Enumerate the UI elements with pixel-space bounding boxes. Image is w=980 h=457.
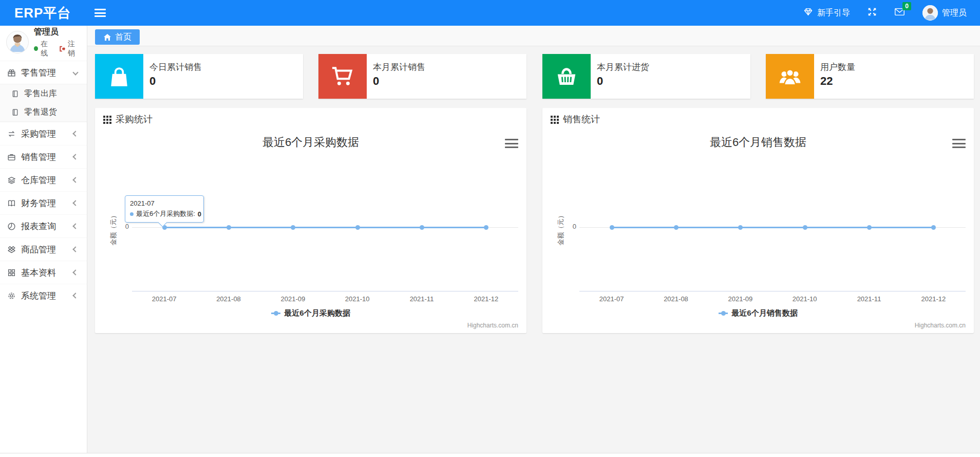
chevron-left-icon [72,246,78,252]
sidebar-item-sales[interactable]: 销售管理 [0,145,87,168]
highcharts-credits-link[interactable]: Highcharts.com.cn [915,322,966,329]
sidebar-item-warehouse[interactable]: 仓库管理 [0,168,87,191]
sidebar-user-panel: 管理员 在线 注销 [0,26,87,59]
sidebar-item-goods[interactable]: 商品管理 [0,237,87,261]
chevron-left-icon [72,154,78,159]
sidebar-item-finance[interactable]: 财务管理 [0,191,87,214]
tab-home[interactable]: 首页 [95,29,140,45]
stat-card-today-sales[interactable]: 今日累计销售 0 [95,54,303,99]
sidebar-item-label: 商品管理 [21,244,68,255]
tooltip-value: 0 [198,210,201,218]
app-logo[interactable]: ERP平台 [0,4,71,22]
sidebar-item-label: 基本资料 [21,267,68,279]
x-axis-labels: 2021-07 2021-08 2021-09 2021-10 2021-11 … [132,295,518,304]
guide-label: 新手引导 [817,8,850,19]
chevron-left-icon [72,131,78,136]
home-icon [103,33,111,41]
legend-label: 最近6个月采购数据 [284,308,350,318]
legend-item[interactable]: 最近6个月采购数据 [271,308,350,318]
th-grid-icon [103,116,105,118]
fullscreen-button[interactable] [868,7,877,19]
panel-title: 采购统计 [116,113,153,125]
sidebar-avatar [6,31,29,53]
sidebar-item-system[interactable]: 系统管理 [0,284,87,307]
legend-item[interactable]: 最近6个月销售数据 [719,308,797,318]
stat-card-label: 今日累计销售 [149,61,202,73]
stat-card-user-count[interactable]: 用户数量 22 [766,54,974,99]
logout-label: 注销 [68,40,81,58]
gift-icon [7,68,16,77]
panel-header: 销售统计 [542,108,974,131]
sidebar-item-label: 财务管理 [21,197,68,209]
data-point[interactable] [227,225,231,230]
purchase-chart: 最近6个月采购数据 金额（元） 0 2021-07 2021-08 2021-0… [95,131,526,333]
top-navbar: ERP平台 新手引导 [0,0,980,26]
cart-icon [318,54,367,99]
y-axis-tick: 0 [116,223,129,230]
data-point[interactable] [674,225,679,230]
chevron-down-icon [72,69,78,75]
stat-card-month-purchase[interactable]: 本月累计进货 0 [542,54,750,99]
data-point[interactable] [484,225,488,230]
navbar-avatar [922,5,938,21]
x-axis-tick: 2021-08 [216,295,241,303]
page-footer [0,453,980,457]
y-axis-tick: 0 [563,223,576,230]
stat-card-label: 本月累计销售 [373,61,425,73]
data-point[interactable] [931,225,936,230]
sidebar-item-retail[interactable]: 零售管理 [0,61,87,84]
data-point[interactable] [803,225,807,230]
messages-count-badge: 0 [902,2,911,10]
sidebar-item-retail-outbound[interactable]: 零售出库 [0,84,87,103]
data-point[interactable] [867,225,872,230]
main-content: 首页 今日累计销售 0 本月累计销 [87,26,980,453]
panel-title: 销售统计 [563,113,600,125]
highcharts-credits-link[interactable]: Highcharts.com.cn [467,322,518,329]
tooltip-series-label: 最近6个月采购数据: [136,209,195,218]
chevron-left-icon [72,269,78,275]
x-axis-tick: 2021-07 [152,295,177,303]
sidebar-item-reports[interactable]: 报表查询 [0,214,87,237]
stat-card-label: 本月累计进货 [597,61,649,73]
legend-marker-icon [719,311,728,316]
x-axis-labels: 2021-07 2021-08 2021-09 2021-10 2021-11 … [579,295,966,304]
navbar-username: 管理员 [942,8,967,19]
sidebar-item-basics[interactable]: 基本资料 [0,261,87,284]
messages-button[interactable]: 0 [894,7,905,19]
data-point[interactable] [738,225,743,230]
sidebar-username: 管理员 [34,27,81,38]
briefcase-icon [7,153,16,161]
data-point[interactable] [291,225,295,230]
logout-button[interactable]: 注销 [59,40,81,58]
data-point[interactable] [355,225,360,230]
users-icon [766,54,814,99]
file-icon [11,90,19,98]
pie-chart-icon [7,222,16,231]
guide-button[interactable]: 新手引导 [803,7,850,19]
sidebar-item-retail-return[interactable]: 零售退货 [0,103,87,121]
x-axis-tick: 2021-12 [921,295,946,303]
series-line [164,227,486,228]
expand-arrows-icon [868,7,877,19]
tooltip-series-dot [130,212,134,216]
x-axis-tick: 2021-10 [345,295,370,303]
gear-icon [7,291,16,300]
stat-card-value: 0 [149,75,202,88]
stat-card-month-sales[interactable]: 本月累计销售 0 [318,54,526,99]
data-point[interactable] [610,225,614,230]
online-status-dot [34,46,38,51]
tooltip-header: 2021-07 [130,199,199,207]
sidebar-toggle-icon[interactable] [95,9,106,17]
stat-card-value: 0 [373,75,425,88]
user-menu[interactable]: 管理员 [922,5,967,21]
tab-strip: 首页 [87,26,980,46]
sales-chart: 最近6个月销售数据 金额（元） 0 2021-07 2021-08 2021-0… [542,131,974,333]
retail-submenu: 零售出库 零售退货 [0,84,87,122]
th-grid-icon [551,116,553,118]
shopping-bag-icon [95,54,143,99]
exchange-icon [7,130,16,138]
sidebar-item-purchase[interactable]: 采购管理 [0,122,87,145]
sidebar-item-label: 销售管理 [21,151,68,163]
stat-card-value: 0 [597,75,649,88]
data-point[interactable] [420,225,424,230]
